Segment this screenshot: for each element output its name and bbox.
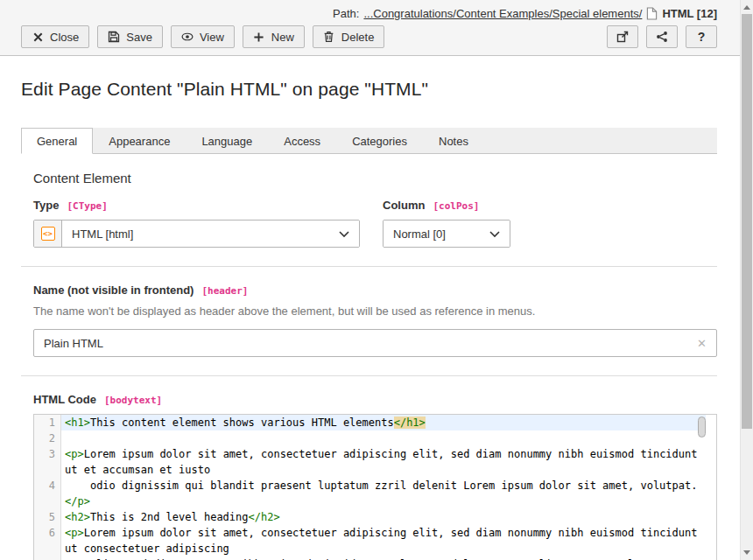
save-button[interactable]: Save — [97, 25, 163, 48]
code-line[interactable]: 3<p>Lorem ipsum dolor sit amet, consecte… — [34, 446, 716, 478]
code-text — [61, 430, 706, 446]
chevron-down-icon — [489, 228, 500, 241]
view-button[interactable]: View — [171, 25, 235, 48]
help-button[interactable]: ? — [686, 25, 717, 48]
new-icon — [253, 31, 265, 43]
share-button[interactable] — [646, 25, 678, 48]
code-editor[interactable]: 1<h1>This content element shows various … — [33, 414, 717, 560]
tab-categories[interactable]: Categories — [336, 128, 423, 154]
line-number: 6 — [34, 525, 61, 556]
code-line[interactable]: 6<p>Lorem ipsum dolor sit amet, consecte… — [34, 525, 716, 556]
field-type: Type [CType] <> HTML [html] — [33, 199, 360, 248]
line-number: 4 — [34, 478, 61, 509]
fieldset-content-element: Content Element Type [CType] <> HTML [ht… — [21, 154, 717, 248]
open-new-window-button[interactable] — [607, 25, 638, 48]
type-select-value: HTML [html] — [72, 228, 133, 241]
path-label: Path: — [333, 7, 359, 20]
code-line[interactable]: 5<h2>This is 2nd level heading</h2> — [34, 509, 716, 525]
toolbar-right-group: ? — [607, 25, 717, 48]
code-text: <h1>This content element shows various H… — [61, 415, 706, 430]
toolbar-left-group: CloseSaveViewNewDelete — [21, 25, 384, 48]
name-description: The name won't be displayed as header ab… — [33, 304, 717, 318]
scrollbar-down-arrow-icon[interactable] — [743, 550, 750, 555]
delete-icon — [323, 31, 335, 43]
code-text: <h2>This is 2nd level heading</h2> — [61, 509, 706, 525]
page-record-icon — [646, 7, 658, 20]
name-input[interactable] — [34, 337, 687, 350]
new-button[interactable]: New — [243, 25, 305, 48]
scrollbar-thumb[interactable] — [742, 14, 752, 429]
help-icon: ? — [695, 31, 707, 43]
html-code-label: HTML Code — [33, 393, 96, 406]
form-content: Edit Page Content "Plain HTML" on page "… — [0, 56, 740, 560]
toolbar: CloseSaveViewNewDelete ? — [21, 25, 717, 48]
typo3-edit-form: Path: ...Congratulations/Content Example… — [0, 0, 740, 560]
html-content-element-icon: <> — [41, 227, 55, 241]
tab-bar: GeneralAppearanceLanguageAccessCategorie… — [21, 128, 717, 154]
close-button[interactable]: Close — [21, 25, 89, 48]
column-select[interactable]: Normal [0] — [384, 220, 510, 247]
line-number: 7 — [34, 556, 61, 560]
open-new-window-icon — [616, 31, 629, 43]
type-label: Type — [33, 199, 59, 212]
save-icon — [108, 31, 120, 43]
breadcrumb: Path: ...Congratulations/Content Example… — [21, 4, 717, 22]
window-scrollbar[interactable] — [740, 0, 753, 560]
path-link[interactable]: ...Congratulations/Content Examples/Spec… — [363, 7, 642, 20]
line-number: 2 — [34, 430, 61, 446]
code-line[interactable]: 1<h1>This content element shows various … — [34, 415, 716, 430]
type-debug-label: [CType] — [67, 200, 107, 212]
column-debug-label: [colPos] — [433, 200, 479, 212]
doc-header: Path: ...Congratulations/Content Example… — [0, 0, 740, 56]
code-line[interactable]: 7 elit, sed diam nonummy nibh euismod ti… — [34, 556, 716, 560]
button-label: New — [271, 31, 294, 44]
editor-scrollbar-thumb[interactable] — [698, 416, 706, 438]
share-icon — [656, 31, 668, 43]
line-number: 5 — [34, 509, 61, 525]
close-icon — [32, 31, 44, 43]
code-line[interactable]: 2 — [34, 430, 716, 446]
delete-button[interactable]: Delete — [313, 25, 385, 48]
clear-input-icon[interactable]: ✕ — [687, 337, 716, 350]
name-debug-label: [header] — [201, 285, 248, 297]
button-label: Delete — [341, 31, 375, 44]
tab-notes[interactable]: Notes — [423, 128, 484, 154]
code-text: elit, sed diam nonummy nibh euismod tinc… — [61, 556, 706, 560]
tab-general[interactable]: General — [21, 128, 93, 154]
button-label: View — [200, 31, 224, 44]
section-title: Content Element — [33, 171, 717, 186]
button-label: Save — [126, 31, 152, 44]
fieldset-html-code: HTML Code [bodytext] 1<h1>This content e… — [21, 376, 717, 560]
column-select-value: Normal [0] — [393, 228, 446, 241]
fieldset-name: Name (not visible in frontend) [header] … — [21, 267, 717, 357]
record-title: HTML [12] — [662, 7, 717, 20]
line-number: 1 — [34, 415, 61, 430]
view-icon — [181, 31, 194, 43]
code-text: odio dignissim qui blandit praesent lupt… — [61, 478, 706, 509]
code-text: <p>Lorem ipsum dolor sit amet, consectet… — [61, 446, 706, 478]
chevron-down-icon — [339, 228, 349, 241]
scrollbar-up-arrow-icon[interactable] — [743, 5, 750, 10]
name-label: Name (not visible in frontend) — [33, 284, 194, 297]
code-text: <p>Lorem ipsum dolor sit amet, consectet… — [61, 525, 706, 556]
tab-language[interactable]: Language — [186, 128, 268, 154]
code-line[interactable]: 4 odio dignissim qui blandit praesent lu… — [34, 478, 716, 509]
button-label: Close — [50, 31, 79, 44]
page-title: Edit Page Content "Plain HTML" on page "… — [21, 79, 717, 100]
field-column: Column [colPos] Normal [0] — [383, 199, 510, 248]
line-number: 3 — [34, 446, 61, 478]
content-type-icon-cell: <> — [34, 220, 62, 247]
type-select[interactable]: HTML [html] — [62, 220, 359, 247]
tab-appearance[interactable]: Appearance — [93, 128, 186, 154]
tab-access[interactable]: Access — [268, 128, 336, 154]
html-code-debug-label: [bodytext] — [104, 395, 162, 406]
column-label: Column — [383, 199, 425, 212]
